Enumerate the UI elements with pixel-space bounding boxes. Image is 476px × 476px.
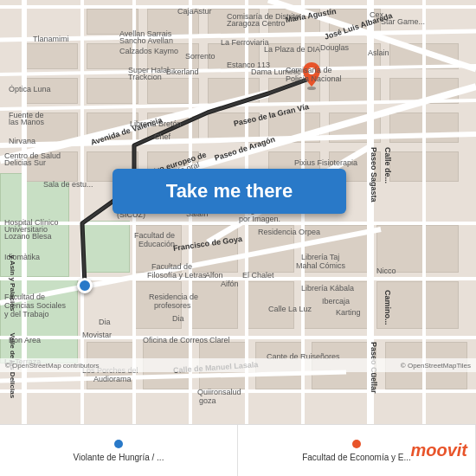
street-label: Delicias Sur [4, 158, 46, 167]
city-block [389, 113, 459, 143]
city-block [26, 43, 78, 69]
osm-copyright: © OpenStreetMap contributors [5, 362, 100, 370]
street-label: Zaragoza Centro [227, 19, 286, 28]
street-label: Karting [336, 308, 361, 317]
street-label: Nirvana [9, 137, 35, 145]
street-label: El Chalet [242, 271, 274, 280]
street-label: Residencia de [149, 293, 198, 301]
street-label: Clarel [209, 336, 230, 344]
street-label: Residencia Orpea [258, 228, 320, 236]
svg-point-25 [307, 87, 316, 90]
street-label: Policía Nacional [286, 74, 342, 83]
street-label: Aslain [368, 48, 389, 57]
street-label: por Imagen. [239, 215, 280, 223]
road-label-calle: Calle de... [383, 147, 392, 183]
street-label: Educación [138, 240, 175, 248]
street-label: Bikerland [166, 68, 199, 76]
city-block [208, 78, 260, 104]
take-me-there-button[interactable]: Take me there [113, 169, 346, 214]
street-label: Movistar [82, 331, 112, 339]
road-label-sagasta: Paseo Sagasta [370, 147, 378, 203]
street-label: profesores [154, 301, 191, 310]
street-label: Dia [99, 318, 111, 326]
street-label: Facultad de [134, 231, 175, 240]
street-label: Calle La Luz [268, 305, 312, 313]
street-label: CajaAstur [177, 7, 212, 16]
street-label: goza [199, 396, 216, 405]
street-label: Comisaría de [286, 66, 332, 74]
city-block [190, 281, 238, 329]
street-label: Chef [154, 132, 170, 141]
street-label: Librería Taj [301, 253, 339, 261]
origin-info[interactable]: Violante de Hungría / ... [0, 425, 238, 476]
street-label: Audiorama [93, 375, 132, 383]
street-label: Sorrento [185, 52, 215, 61]
park-area-3 [82, 221, 130, 273]
street-label: La Ferroviaria [221, 38, 269, 47]
tiles-copyright: © OpenStreetMapTiles [401, 362, 471, 370]
city-block [389, 151, 459, 182]
street-label: Douglas [320, 43, 349, 52]
street-label: Calzados Kaymo [119, 47, 178, 55]
city-block [87, 78, 138, 104]
street-label: Facultad de [151, 262, 192, 271]
street-label: Lozano Blesa [4, 232, 52, 241]
copyright-bar: © OpenStreetMap contributors © OpenStree… [0, 358, 476, 372]
street-label: Oficina de Correos [143, 336, 208, 344]
city-block [376, 225, 459, 273]
street-label: Librería Kábala [301, 284, 354, 293]
moovit-text: moovit [410, 441, 467, 460]
street-label: Dia [172, 314, 184, 323]
street-label: Trackcion [128, 73, 162, 81]
street-label: las Manos [9, 118, 44, 126]
street-label: Sancho Avellan [119, 36, 173, 45]
city-block [147, 78, 199, 104]
street-label: Quiironsalud [197, 388, 241, 396]
origin-label: Violante de Hungría / ... [74, 453, 164, 462]
street-label: Alfon [205, 271, 223, 280]
street-label: Filosofía y Letras [147, 271, 207, 280]
moovit-logo: moovit [410, 424, 476, 476]
street-label: Pixius Fisioterapia [294, 158, 357, 167]
street-label: Ibercaja [322, 297, 350, 306]
city-block [389, 78, 459, 104]
street-label: Mahal Cómics [296, 261, 345, 270]
street-label: Nicco [376, 267, 396, 275]
street-label: Óptica Luna [9, 85, 51, 93]
destination-dot [352, 440, 361, 448]
map-container: Tlanamimi CajaAstur Comisaría de Distrit… [0, 0, 476, 424]
street-label: La Plaza de DIA [264, 45, 320, 54]
street-label: Tlanamimi [33, 35, 69, 43]
street-label: Aifón [221, 280, 239, 288]
city-block [329, 113, 381, 143]
street-label: Sala de estu... [43, 180, 93, 189]
road-label-camino: Camino... [383, 290, 392, 325]
city-block [389, 43, 459, 69]
origin-marker [77, 278, 93, 293]
road-label-asin: y Asín y Palacios [9, 255, 16, 312]
origin-dot [114, 440, 123, 448]
destination-label: Facultad de Economía y E... [302, 453, 411, 462]
bottom-bar: Violante de Hungría / ... Facultad de Ec… [0, 424, 476, 476]
